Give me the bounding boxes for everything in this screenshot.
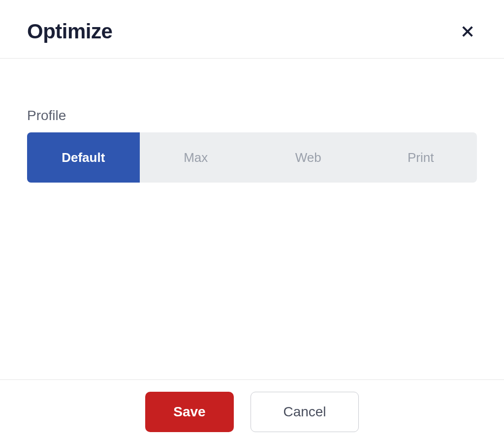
close-button[interactable] xyxy=(456,20,479,43)
save-button[interactable]: Save xyxy=(145,392,234,432)
profile-option-default[interactable]: Default xyxy=(27,132,140,183)
profile-segmented-control: Default Max Web Print xyxy=(27,132,477,183)
profile-label: Profile xyxy=(27,108,477,124)
profile-option-web[interactable]: Web xyxy=(252,132,365,183)
optimize-dialog: Optimize Profile Default Max Web Print S… xyxy=(0,0,504,438)
close-icon xyxy=(460,24,475,39)
profile-option-max[interactable]: Max xyxy=(140,132,252,183)
dialog-footer: Save Cancel xyxy=(0,379,504,438)
dialog-title: Optimize xyxy=(27,20,112,43)
cancel-button[interactable]: Cancel xyxy=(251,392,359,432)
dialog-body: Profile Default Max Web Print xyxy=(0,59,504,379)
profile-option-print[interactable]: Print xyxy=(365,132,477,183)
dialog-header: Optimize xyxy=(0,0,504,59)
